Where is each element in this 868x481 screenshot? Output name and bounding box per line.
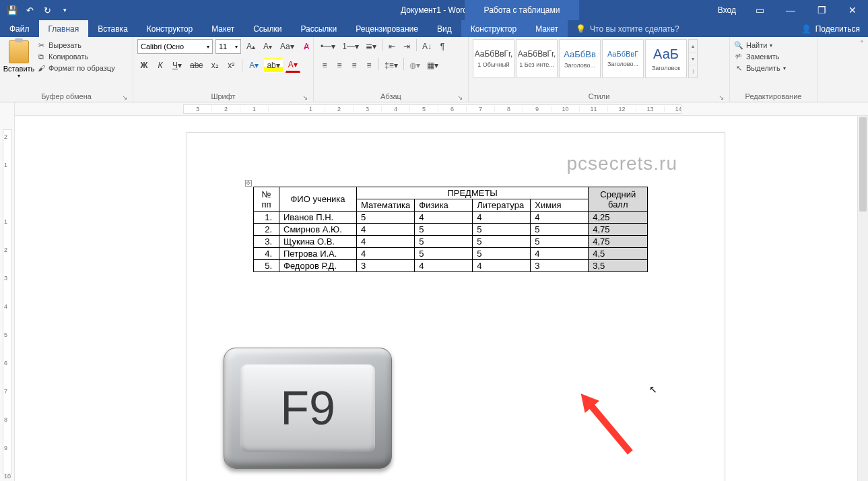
ribbon-options-icon[interactable]: ▭	[744, 0, 775, 20]
bold-button[interactable]: Ж	[137, 58, 151, 73]
cell-average[interactable]: 4,75	[589, 224, 648, 236]
grades-table[interactable]: № пп ФИО ученика ПРЕДМЕТЫ Средний балл М…	[253, 187, 648, 272]
tab-home[interactable]: Главная	[39, 20, 89, 37]
cell-fio[interactable]: Щукина О.В.	[279, 236, 357, 248]
styles-gallery-more[interactable]: ▴▾⁞	[688, 39, 698, 78]
superscript-button[interactable]: x²	[224, 58, 238, 73]
cell-grade[interactable]: 4	[415, 260, 473, 272]
strikethrough-button[interactable]: abc	[187, 58, 205, 73]
horizontal-ruler[interactable]: 32112345678910111213141516	[15, 102, 868, 116]
cell-grade[interactable]: 3	[531, 260, 589, 272]
styles-gallery[interactable]: АаБбВвГг,1 Обычный АаБбВвГг,1 Без инте..…	[473, 39, 698, 78]
maximize-icon[interactable]: ❐	[806, 0, 837, 20]
cell-fio[interactable]: Смирнов А.Ю.	[279, 224, 357, 236]
tab-references[interactable]: Ссылки	[244, 20, 291, 37]
cell-number[interactable]: 2.	[254, 224, 279, 236]
document-area[interactable]: pcsecrets.ru ✥ № пп ФИО ученика ПРЕДМЕТЫ…	[15, 116, 868, 481]
cell-grade[interactable]: 4	[357, 236, 415, 248]
cell-grade[interactable]: 5	[473, 248, 531, 260]
tell-me-search[interactable]: 💡 Что вы хотите сделать?	[568, 20, 688, 37]
font-color-button[interactable]: A▾	[286, 58, 300, 73]
shrink-font-button[interactable]: A▾	[261, 39, 275, 54]
line-spacing-button[interactable]: ‡≡▾	[382, 58, 401, 73]
cell-grade[interactable]: 5	[531, 236, 589, 248]
subscript-button[interactable]: x₂	[208, 58, 222, 73]
show-marks-button[interactable]: ¶	[436, 39, 449, 54]
numbering-button[interactable]: 1―▾	[339, 39, 362, 54]
tab-mailings[interactable]: Рассылки	[291, 20, 346, 37]
cell-grade[interactable]: 4	[531, 248, 589, 260]
table-row[interactable]: 3.Щукина О.В.45554,75	[254, 236, 648, 248]
grow-font-button[interactable]: A▴	[244, 39, 258, 54]
cell-average[interactable]: 4,5	[589, 248, 648, 260]
table-row[interactable]: 1.Иванов П.Н.54444,25	[254, 212, 648, 224]
replace-button[interactable]: ᵃ⁄ᵇЗаменить	[734, 52, 786, 61]
style-title[interactable]: АаБЗаголовок	[645, 39, 687, 78]
cell-grade[interactable]: 5	[415, 236, 473, 248]
tab-tabletools-design[interactable]: Конструктор	[461, 20, 526, 37]
cell-average[interactable]: 4,25	[589, 212, 648, 224]
share-button[interactable]: Поделиться	[815, 24, 860, 34]
bullets-button[interactable]: •―▾	[318, 39, 338, 54]
increase-indent-button[interactable]: ⇥	[400, 39, 413, 54]
cell-number[interactable]: 4.	[254, 248, 279, 260]
cell-grade[interactable]: 4	[415, 212, 473, 224]
cut-button[interactable]: ✂Вырезать	[36, 40, 115, 50]
tab-tabletools-layout[interactable]: Макет	[526, 20, 568, 37]
copy-button[interactable]: ⧉Копировать	[36, 52, 115, 61]
paragraph-launcher-icon[interactable]: ↘	[457, 92, 463, 103]
change-case-button[interactable]: Aa▾	[277, 39, 297, 54]
font-launcher-icon[interactable]: ↘	[302, 92, 308, 103]
cell-fio[interactable]: Федоров Р.Д.	[279, 260, 357, 272]
tab-file[interactable]: Файл	[0, 20, 39, 37]
table-row[interactable]: 4.Петрова И.А.45544,5	[254, 248, 648, 260]
tab-review[interactable]: Рецензирование	[346, 20, 428, 37]
redo-icon[interactable]: ↻	[40, 3, 54, 17]
collapse-ribbon-icon[interactable]: ˄	[860, 40, 864, 49]
cell-grade[interactable]: 5	[473, 236, 531, 248]
cell-number[interactable]: 1.	[254, 212, 279, 224]
cell-fio[interactable]: Иванов П.Н.	[279, 212, 357, 224]
signin-link[interactable]: Вход	[718, 5, 736, 15]
font-name-combo[interactable]: Calibri (Осно▾	[137, 39, 213, 54]
close-icon[interactable]: ✕	[837, 0, 868, 20]
highlight-button[interactable]: ab▾	[264, 58, 282, 73]
select-button[interactable]: ↖Выделить▾	[734, 63, 786, 73]
sort-button[interactable]: A↓	[420, 39, 434, 54]
table-row[interactable]: 5.Федоров Р.Д.34433,5	[254, 260, 648, 272]
undo-icon[interactable]: ↶	[23, 3, 36, 17]
scrollbar-thumb[interactable]	[859, 117, 867, 212]
cell-grade[interactable]: 4	[473, 260, 531, 272]
tab-layout[interactable]: Макет	[202, 20, 244, 37]
align-right-button[interactable]: ≡	[347, 58, 361, 73]
cell-grade[interactable]: 5	[415, 224, 473, 236]
borders-button[interactable]: ▦▾	[424, 58, 441, 73]
align-center-button[interactable]: ≡	[333, 58, 346, 73]
text-effects-button[interactable]: A▾	[246, 58, 261, 73]
tab-design[interactable]: Конструктор	[137, 20, 202, 37]
cell-average[interactable]: 3,5	[589, 260, 648, 272]
style-heading1[interactable]: АаБбВвЗаголово...	[559, 39, 601, 78]
tab-insert[interactable]: Вставка	[88, 20, 137, 37]
italic-button[interactable]: К	[154, 58, 167, 73]
cell-fio[interactable]: Петрова И.А.	[279, 248, 357, 260]
find-button[interactable]: 🔍Найти▾	[734, 40, 786, 50]
cell-grade[interactable]: 5	[415, 248, 473, 260]
clipboard-launcher-icon[interactable]: ↘	[122, 92, 127, 103]
cell-grade[interactable]: 4	[531, 212, 589, 224]
style-no-spacing[interactable]: АаБбВвГг,1 Без инте...	[516, 39, 558, 78]
cell-grade[interactable]: 5	[357, 212, 415, 224]
paste-button[interactable]: Вставить ▾	[4, 39, 34, 79]
justify-button[interactable]: ≡	[362, 58, 376, 73]
cell-grade[interactable]: 4	[357, 248, 415, 260]
qat-customize-icon[interactable]: ▾	[58, 3, 71, 17]
styles-launcher-icon[interactable]: ↘	[719, 92, 724, 103]
table-row[interactable]: 2.Смирнов А.Ю.45554,75	[254, 224, 648, 236]
decrease-indent-button[interactable]: ⇤	[385, 39, 399, 54]
vertical-ruler[interactable]: 211234567891011	[0, 102, 15, 481]
shading-button[interactable]: ◍▾	[407, 58, 423, 73]
cell-grade[interactable]: 5	[473, 224, 531, 236]
table-move-handle-icon[interactable]: ✥	[245, 180, 252, 187]
clear-formatting-button[interactable]: A̷	[300, 39, 313, 54]
vertical-scrollbar[interactable]	[857, 116, 868, 481]
